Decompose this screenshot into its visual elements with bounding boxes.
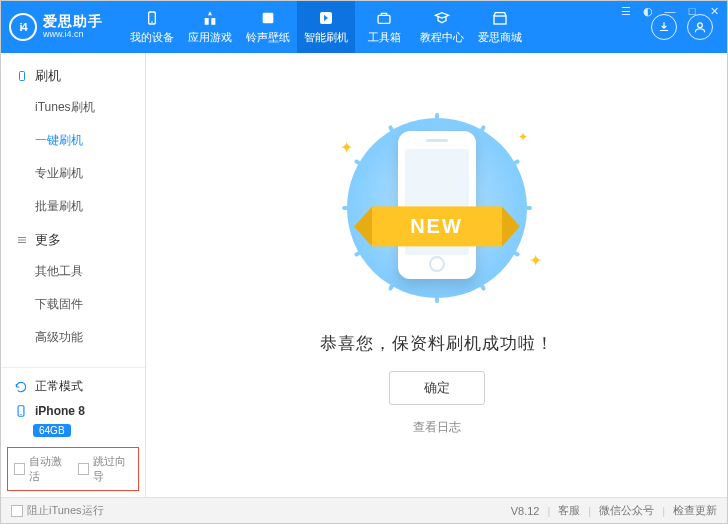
- body: 刷机 iTunes刷机 一键刷机 专业刷机 批量刷机 更多 其他工具 下载固件 …: [1, 53, 727, 497]
- svg-rect-7: [20, 72, 25, 81]
- device-name-row[interactable]: iPhone 8: [11, 399, 135, 423]
- sidebar-category-more: 更多: [1, 223, 145, 255]
- ribbon: NEW: [347, 203, 527, 249]
- success-illustration: NEW ✦ ✦ ✦: [322, 108, 552, 308]
- maximize-icon[interactable]: □: [685, 5, 699, 18]
- tutorial-icon: [433, 9, 451, 27]
- minimize-icon[interactable]: —: [663, 5, 677, 18]
- sidebar-category-flash: 刷机: [1, 59, 145, 91]
- main-content: NEW ✦ ✦ ✦ 恭喜您，保资料刷机成功啦！ 确定 查看日志: [146, 53, 727, 497]
- nav-label: 应用游戏: [188, 30, 232, 45]
- device-mode-row[interactable]: 正常模式: [11, 374, 135, 399]
- view-log-link[interactable]: 查看日志: [413, 419, 461, 436]
- close-icon[interactable]: ✕: [707, 5, 721, 18]
- svg-point-6: [698, 23, 703, 28]
- nav-my-device[interactable]: 我的设备: [123, 1, 181, 53]
- support-link[interactable]: 客服: [558, 503, 580, 518]
- sidebar-item-itunes-flash[interactable]: iTunes刷机: [1, 91, 145, 124]
- sidebar-item-oneclick-flash[interactable]: 一键刷机: [1, 124, 145, 157]
- nav-toolbox[interactable]: 工具箱: [355, 1, 413, 53]
- device-panel: 正常模式 iPhone 8 64GB: [1, 367, 145, 443]
- checkbox-block-itunes[interactable]: 阻止iTunes运行: [11, 503, 104, 518]
- phone-icon: [13, 403, 29, 419]
- brand-url: www.i4.cn: [43, 30, 103, 40]
- nav-smart-flash[interactable]: 智能刷机: [297, 1, 355, 53]
- checkbox-box-icon: [14, 463, 25, 475]
- svg-rect-2: [263, 13, 274, 24]
- sidebar-item-advanced[interactable]: 高级功能: [1, 321, 145, 354]
- category-title: 更多: [35, 231, 61, 249]
- svg-rect-4: [378, 15, 390, 23]
- main-nav: 我的设备 应用游戏 铃声壁纸 智能刷机 工具箱 教程中心 爱思商城: [123, 1, 651, 53]
- nav-store[interactable]: 爱思商城: [471, 1, 529, 53]
- nav-apps-games[interactable]: 应用游戏: [181, 1, 239, 53]
- statusbar: 阻止iTunes运行 V8.12 | 客服 | 微信公众号 | 检查更新: [1, 497, 727, 523]
- nav-label: 我的设备: [130, 30, 174, 45]
- nav-label: 教程中心: [420, 30, 464, 45]
- refresh-icon: [13, 379, 29, 395]
- wechat-link[interactable]: 微信公众号: [599, 503, 654, 518]
- menu-icon: [15, 233, 29, 247]
- media-icon: [259, 9, 277, 27]
- sidebar-item-download-firmware[interactable]: 下载固件: [1, 288, 145, 321]
- nav-label: 工具箱: [368, 30, 401, 45]
- sidebar-item-other-tools[interactable]: 其他工具: [1, 255, 145, 288]
- brand: i4 爱思助手 www.i4.cn: [9, 13, 103, 41]
- ribbon-label: NEW: [372, 206, 502, 246]
- sparkle-icon: ✦: [529, 251, 542, 270]
- checkbox-label: 跳过向导: [93, 454, 132, 484]
- checkbox-label: 阻止iTunes运行: [27, 503, 104, 518]
- apps-icon: [201, 9, 219, 27]
- checkbox-box-icon: [11, 505, 23, 517]
- sidebar-options-highlight: 自动激活 跳过向导: [7, 447, 139, 491]
- toolbox-icon: [375, 9, 393, 27]
- checkbox-auto-activate[interactable]: 自动激活: [14, 454, 68, 484]
- device-mode-label: 正常模式: [35, 378, 83, 395]
- flash-icon: [317, 9, 335, 27]
- nav-ringtone-wallpaper[interactable]: 铃声壁纸: [239, 1, 297, 53]
- app-header: i4 爱思助手 www.i4.cn 我的设备 应用游戏 铃声壁纸 智能刷机 工具…: [1, 1, 727, 53]
- check-update-link[interactable]: 检查更新: [673, 503, 717, 518]
- divider: |: [662, 505, 665, 517]
- nav-label: 智能刷机: [304, 30, 348, 45]
- sidebar-item-pro-flash[interactable]: 专业刷机: [1, 157, 145, 190]
- confirm-button[interactable]: 确定: [389, 371, 485, 405]
- checkbox-label: 自动激活: [29, 454, 68, 484]
- sidebar-item-batch-flash[interactable]: 批量刷机: [1, 190, 145, 223]
- checkbox-box-icon: [78, 463, 89, 475]
- nav-tutorials[interactable]: 教程中心: [413, 1, 471, 53]
- category-title: 刷机: [35, 67, 61, 85]
- svg-rect-5: [494, 16, 506, 24]
- sparkle-icon: ✦: [340, 138, 353, 157]
- store-icon: [491, 9, 509, 27]
- sidebar: 刷机 iTunes刷机 一键刷机 专业刷机 批量刷机 更多 其他工具 下载固件 …: [1, 53, 146, 497]
- nav-label: 铃声壁纸: [246, 30, 290, 45]
- nav-label: 爱思商城: [478, 30, 522, 45]
- version-label: V8.12: [511, 505, 540, 517]
- brand-name: 爱思助手: [43, 14, 103, 29]
- success-message: 恭喜您，保资料刷机成功啦！: [320, 332, 554, 355]
- divider: |: [547, 505, 550, 517]
- device-storage-badge: 64GB: [33, 424, 71, 437]
- skin-icon[interactable]: ◐: [641, 5, 655, 18]
- sparkle-icon: ✦: [518, 130, 528, 144]
- checkbox-skip-wizard[interactable]: 跳过向导: [78, 454, 132, 484]
- settings-icon[interactable]: ☰: [619, 5, 633, 18]
- window-controls: ☰ ◐ — □ ✕: [619, 5, 721, 18]
- device-name-label: iPhone 8: [35, 404, 85, 418]
- phone-icon: [15, 69, 29, 83]
- device-icon: [143, 9, 161, 27]
- divider: |: [588, 505, 591, 517]
- brand-logo-icon: i4: [9, 13, 37, 41]
